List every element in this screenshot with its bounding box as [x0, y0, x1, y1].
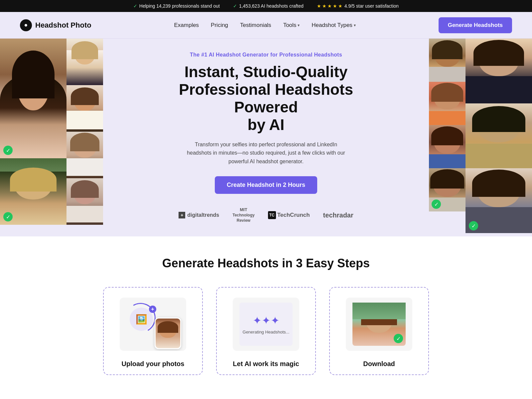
hero-right-photo-1	[429, 39, 466, 82]
star-1: ★	[317, 3, 321, 9]
right-small-column: ✓	[429, 39, 466, 236]
hero-right-photo-2	[466, 39, 532, 103]
tc-box-icon: TC	[268, 211, 276, 219]
hero-content: ⟵ ⟶ The #1 AI Headshot Generator for Pro…	[103, 39, 429, 236]
steps-section: Generate Headshots in 3 Easy Steps 🖼️ +	[0, 236, 532, 388]
generate-headshots-button[interactable]: Generate Headshots	[439, 17, 512, 33]
verified-badge-1: ✓	[3, 146, 13, 155]
press-logos: + digitaltrends MIT Technology Review TC…	[179, 207, 353, 223]
step-download: ✓ Download	[329, 287, 429, 375]
hero-right-photo-6: ✓	[466, 168, 532, 233]
stars: ★ ★ ★ ★ ★	[317, 3, 342, 9]
right-large-column: ✓	[466, 39, 532, 236]
hero-photo-woman-3: ✓	[0, 158, 66, 225]
stat-headshots: ✓ 1,453,623 AI headshots crafted	[233, 3, 304, 9]
dt-plus-icon: +	[179, 212, 185, 218]
star-4: ★	[333, 3, 337, 9]
step-upload-label: Upload your photos	[122, 360, 185, 368]
logo[interactable]: ● Headshot Photo	[20, 19, 91, 31]
step-ai: ✦✦✦ Generating Headshots... Let AI work …	[216, 287, 316, 375]
steps-row: 🖼️ + Upload your photos	[27, 287, 505, 375]
nav-links: Examples Pricing Testimonials Tools ▾ He…	[174, 22, 355, 29]
hero-right-photo-3	[429, 82, 466, 125]
stat1-text: Helping 14,239 professionals stand out	[139, 3, 220, 9]
hero-thumb-2	[66, 85, 103, 132]
steps-title: Generate Headshots in 3 Easy Steps	[27, 256, 505, 270]
hero-thumb-1	[66, 39, 103, 85]
step-ai-visual: ✦✦✦ Generating Headshots...	[233, 298, 299, 351]
step-ai-label: Let AI work its magic	[233, 360, 299, 368]
nav-examples[interactable]: Examples	[174, 22, 199, 29]
navbar: ● Headshot Photo Examples Pricing Testim…	[0, 12, 532, 39]
press-mit: MIT Technology Review	[232, 207, 254, 223]
generating-text: Generating Headshots...	[243, 330, 290, 334]
stat2-text: 1,453,623 AI headshots crafted	[239, 3, 304, 9]
nav-testimonials[interactable]: Testimonials	[240, 22, 271, 29]
press-digitaltrends: + digitaltrends	[179, 212, 219, 218]
nav-headshot-types[interactable]: Headshot Types ▾	[312, 22, 356, 29]
hero-description: Transform your selfies into perfect prof…	[183, 140, 349, 166]
check-icon-1: ✓	[133, 3, 137, 9]
generating-box: ✦✦✦ Generating Headshots...	[239, 303, 293, 346]
hero-photo-woman-1: ✓	[0, 39, 66, 158]
verified-badge-3: ✓	[432, 200, 441, 209]
logo-text: Headshot Photo	[35, 21, 91, 30]
star-3: ★	[328, 3, 332, 9]
stat-professionals: ✓ Helping 14,239 professionals stand out	[133, 3, 220, 9]
star-2: ★	[322, 3, 327, 9]
verified-badge-download: ✓	[394, 334, 403, 343]
hero-right-photo-7: ✓	[429, 168, 466, 211]
verified-badge-4: ✓	[469, 221, 478, 230]
hero-right-photo-4	[466, 103, 532, 168]
step-upload-visual: 🖼️ +	[120, 298, 186, 351]
sparkles-icon: ✦✦✦	[253, 314, 280, 327]
chevron-down-icon-2: ▾	[354, 23, 356, 28]
right-photo-grid: ✓ ✓	[429, 39, 532, 236]
hero-heading: Instant, Studio-Quality Professional Hea…	[173, 63, 359, 134]
left-thumb-column	[66, 39, 103, 236]
star-5: ★	[338, 3, 342, 9]
hero-section: ✓ ✓	[0, 39, 532, 236]
logo-icon: ●	[20, 19, 32, 31]
step-upload: 🖼️ + Upload your photos	[103, 287, 203, 375]
check-icon-2: ✓	[233, 3, 237, 9]
nav-pricing[interactable]: Pricing	[211, 22, 228, 29]
hero-thumb-4	[66, 178, 103, 225]
verified-badge-2: ✓	[3, 212, 13, 221]
hero-right-photo-5	[429, 125, 466, 168]
hero-tagline: The #1 AI Headshot Generator for Profess…	[190, 52, 342, 58]
cta-button[interactable]: Create Headshot in 2 Hours	[215, 176, 317, 194]
press-techradar: techradar	[323, 211, 353, 219]
chevron-down-icon: ▾	[298, 23, 300, 28]
top-bar: ✓ Helping 14,239 professionals stand out…	[0, 0, 532, 12]
press-techcrunch: TC TechCrunch	[268, 211, 310, 219]
step-download-visual: ✓	[346, 298, 412, 351]
stat-satisfaction: ★ ★ ★ ★ ★ 4.9/5 star user satisfaction	[317, 3, 399, 9]
left-photo-grid: ✓ ✓	[0, 39, 103, 236]
nav-tools[interactable]: Tools ▾	[283, 22, 300, 29]
hero-thumb-3	[66, 132, 103, 178]
stat3-text: 4.9/5 star user satisfaction	[344, 3, 399, 9]
download-photo: ✓	[352, 303, 406, 346]
step-download-label: Download	[363, 360, 395, 368]
left-main-column: ✓ ✓	[0, 39, 66, 236]
